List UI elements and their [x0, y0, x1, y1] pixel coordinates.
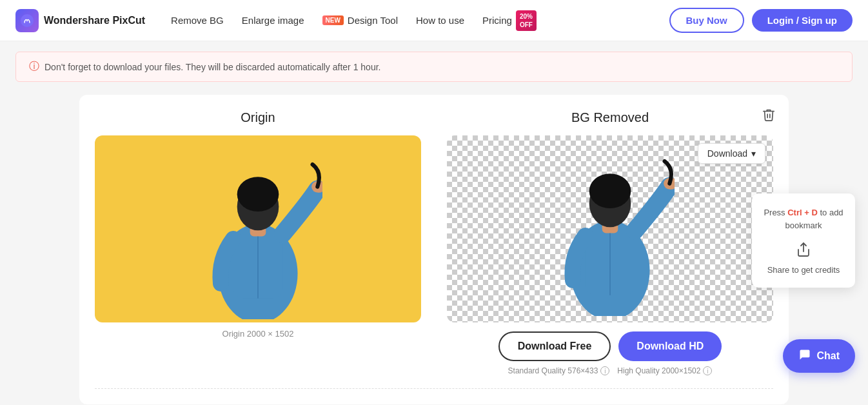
quality-labels: Standard Quality 576×433 i High Quality …	[447, 366, 773, 375]
ctrl-d-text: Ctrl + D	[787, 208, 818, 217]
nav-links: Remove BG Enlarge image NEW Design Tool …	[171, 10, 648, 31]
buy-now-button[interactable]: Buy Now	[669, 8, 744, 33]
banner-info-icon: ⓘ	[29, 60, 39, 74]
logo-icon	[15, 9, 39, 32]
svg-point-5	[237, 177, 279, 212]
logo-area: Wondershare PixCut	[15, 9, 145, 32]
share-icon	[796, 242, 811, 261]
quality-standard-info-icon[interactable]: i	[600, 366, 609, 375]
bg-removed-panel: BG Removed Download ▾	[447, 110, 773, 375]
header-actions: Buy Now Login / Sign up	[669, 8, 853, 33]
info-banner: ⓘ Don't forget to download your files. T…	[15, 52, 853, 82]
nav-pricing-area[interactable]: Pricing 20% OFF	[482, 10, 537, 31]
logo-text: Wondershare PixCut	[44, 15, 145, 26]
new-badge: NEW	[322, 15, 344, 25]
bg-removed-title: BG Removed	[447, 110, 773, 125]
nav-pricing: Pricing	[482, 15, 512, 26]
original-person-svg	[193, 139, 322, 319]
bookmark-text: Press Ctrl + D to add bookmark	[762, 206, 845, 232]
chat-label: Chat	[816, 350, 840, 362]
nav-design-tool[interactable]: NEW Design Tool	[322, 15, 398, 26]
login-button[interactable]: Login / Sign up	[752, 9, 853, 32]
nav-enlarge-image[interactable]: Enlarge image	[242, 15, 304, 26]
bottom-divider	[95, 388, 773, 389]
bookmark-panel: Press Ctrl + D to add bookmark Share to …	[752, 193, 855, 288]
delete-icon[interactable]	[762, 108, 776, 125]
panels: Origin	[95, 110, 773, 375]
quality-high-info-icon[interactable]: i	[703, 366, 712, 375]
banner-message: Don't forget to download your files. The…	[44, 62, 380, 72]
dropdown-arrow-icon: ▾	[751, 148, 756, 159]
original-title: Origin	[95, 110, 421, 125]
quality-standard-label: Standard Quality 576×433 i	[508, 366, 610, 375]
nav-how-to-use[interactable]: How to use	[416, 15, 464, 26]
bg-removed-person-svg	[546, 135, 675, 316]
header: Wondershare PixCut Remove BG Enlarge ima…	[0, 0, 868, 41]
share-text: Share to get credits	[767, 265, 840, 275]
chat-button[interactable]: Chat	[783, 339, 855, 373]
download-free-button[interactable]: Download Free	[498, 331, 611, 361]
editor-wrapper: Origin	[79, 95, 789, 404]
share-area[interactable]: Share to get credits	[762, 242, 845, 275]
main-content: ⓘ Don't forget to download your files. T…	[0, 41, 868, 405]
original-image	[95, 135, 421, 322]
off-badge: 20% OFF	[516, 10, 537, 31]
chat-bubble-icon	[798, 348, 811, 364]
download-label: Download	[707, 148, 747, 159]
nav-remove-bg[interactable]: Remove BG	[171, 15, 224, 26]
svg-point-12	[589, 173, 631, 208]
download-dropdown[interactable]: Download ▾	[698, 143, 765, 164]
original-info: Origin 2000 × 1502	[222, 329, 294, 339]
bg-removed-image: Download ▾	[447, 135, 773, 322]
action-buttons: Download Free Download HD	[447, 331, 773, 361]
original-panel: Origin	[95, 110, 421, 339]
quality-high-label: High Quality 2000×1502 i	[617, 366, 712, 375]
download-hd-button[interactable]: Download HD	[618, 331, 722, 361]
